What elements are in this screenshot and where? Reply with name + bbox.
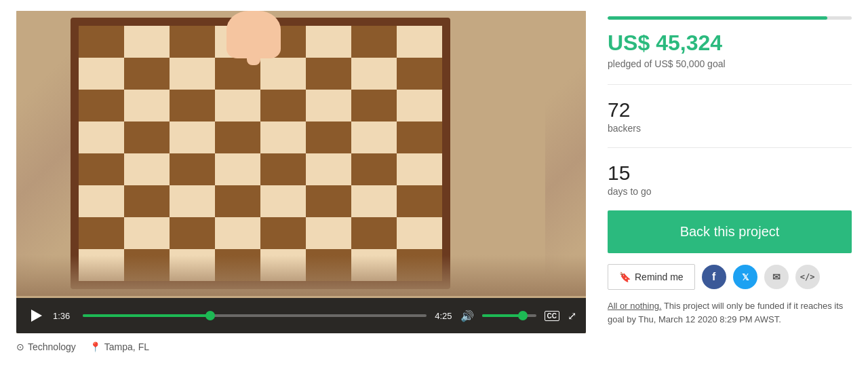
category-item: ⊙ Technology [16,341,76,352]
backers-label: backers [608,123,852,134]
location-item: 📍 Tampa, FL [90,341,149,352]
video-controls: 1:36 4:25 🔊 CC ⤢ [16,298,586,333]
remind-me-button[interactable]: 🔖 Remind me [608,264,695,290]
funding-progress-fill [608,16,827,20]
social-share-row: 🔖 Remind me f 𝕏 ✉ </> [608,264,852,290]
days-label: days to go [608,186,852,197]
email-share-button[interactable]: ✉ [764,265,789,289]
all-or-nothing-text: All or nothing. This project will only b… [608,299,852,326]
hand-image [226,11,281,58]
currency-label: US$ [608,31,650,55]
facebook-share-button[interactable]: f [702,265,726,289]
divider-1 [608,84,852,85]
chess-board [71,18,450,289]
video-thumbnail [16,11,586,333]
location-icon: 📍 [90,341,101,352]
total-time: 4:25 [435,311,452,321]
play-icon [31,310,42,322]
progress-bar[interactable] [83,314,427,317]
category-label: Technology [28,341,76,352]
volume-fill [482,314,523,317]
embed-icon: </> [800,272,815,282]
pledged-amount: US$ 45,324 [608,31,852,56]
progress-thumb [205,311,215,320]
volume-thumb [518,311,528,320]
remind-me-label: Remind me [635,272,684,282]
play-button[interactable] [26,306,45,325]
divider-2 [608,147,852,148]
email-icon: ✉ [772,272,781,282]
days-count: 15 [608,162,852,185]
pledged-label: pledged of US$ 50,000 goal [608,58,852,69]
current-time: 1:36 [53,311,75,321]
all-or-nothing-link: All or nothing. [608,301,662,311]
category-icon: ⊙ [16,341,24,352]
progress-fill [83,314,210,317]
video-meta: ⊙ Technology 📍 Tampa, FL [16,341,586,352]
location-label: Tampa, FL [104,341,149,352]
bookmark-icon: 🔖 [619,272,631,282]
backers-count: 72 [608,98,852,121]
back-project-button[interactable]: Back this project [608,210,852,253]
captions-button[interactable]: CC [545,311,559,321]
embed-button[interactable]: </> [795,265,820,289]
twitter-share-button[interactable]: 𝕏 [733,265,757,289]
video-section: 1:36 4:25 🔊 CC ⤢ [16,11,586,352]
twitter-icon: 𝕏 [742,272,749,282]
funding-progress-track [608,16,852,20]
volume-icon[interactable]: 🔊 [460,310,474,322]
facebook-icon: f [712,271,715,283]
main-container: 1:36 4:25 🔊 CC ⤢ [0,0,868,363]
volume-bar[interactable] [482,314,536,317]
amount-value: 45,324 [656,31,722,55]
funding-section: US$ 45,324 pledged of US$ 50,000 goal 72… [608,11,852,326]
fullscreen-button[interactable]: ⤢ [568,310,576,322]
video-player[interactable]: 1:36 4:25 🔊 CC ⤢ [16,11,586,333]
